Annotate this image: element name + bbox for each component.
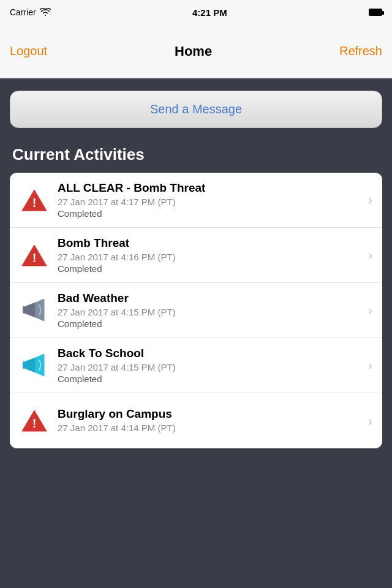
- status-bar: Carrier 4:21 PM: [0, 0, 392, 24]
- activity-title: Bomb Threat: [58, 236, 362, 250]
- activity-time: 27 Jan 2017 at 4:14 PM (PT): [58, 423, 362, 433]
- svg-marker-7: [26, 358, 36, 372]
- list-item[interactable]: ! Bomb Threat 27 Jan 2017 at 4:16 PM (PT…: [10, 228, 382, 283]
- warning-icon: !: [20, 406, 49, 435]
- list-item[interactable]: ! ALL CLEAR - Bomb Threat 27 Jan 2017 at…: [10, 173, 382, 228]
- list-item[interactable]: ! Burglary on Campus 27 Jan 2017 at 4:14…: [10, 393, 382, 448]
- send-message-button[interactable]: Send a Message: [10, 91, 382, 128]
- svg-marker-8: [36, 354, 44, 376]
- logout-button[interactable]: Logout: [10, 44, 47, 58]
- activity-status: Completed: [58, 374, 362, 384]
- activity-status: Completed: [58, 318, 362, 329]
- activity-content: ALL CLEAR - Bomb Threat 27 Jan 2017 at 4…: [58, 181, 362, 219]
- activity-title: Burglary on Campus: [58, 407, 362, 421]
- megaphone-gray-icon: [20, 296, 49, 325]
- activity-content: Burglary on Campus 27 Jan 2017 at 4:14 P…: [58, 407, 362, 434]
- warning-icon: !: [20, 241, 49, 270]
- chevron-right-icon: ›: [368, 303, 372, 317]
- page-title: Home: [175, 43, 212, 59]
- activity-title: ALL CLEAR - Bomb Threat: [58, 181, 362, 195]
- battery-icon: [369, 9, 382, 16]
- svg-text:!: !: [32, 251, 37, 265]
- svg-text:!: !: [32, 417, 37, 430]
- list-item[interactable]: Back To School 27 Jan 2017 at 4:15 PM (P…: [10, 338, 382, 393]
- chevron-right-icon: ›: [368, 414, 372, 428]
- activity-content: Bad Weather 27 Jan 2017 at 4:15 PM (PT) …: [58, 292, 362, 329]
- chevron-right-icon: ›: [368, 358, 372, 372]
- list-item[interactable]: Bad Weather 27 Jan 2017 at 4:15 PM (PT) …: [10, 283, 382, 338]
- activity-time: 27 Jan 2017 at 4:15 PM (PT): [58, 362, 362, 372]
- activity-time: 27 Jan 2017 at 4:15 PM (PT): [58, 307, 362, 317]
- status-time: 4:21 PM: [192, 7, 227, 18]
- activities-list: ! ALL CLEAR - Bomb Threat 27 Jan 2017 at…: [10, 173, 382, 448]
- activity-content: Back To School 27 Jan 2017 at 4:15 PM (P…: [58, 347, 362, 384]
- status-right: [369, 9, 382, 16]
- main-content: Send a Message Current Activities ! ALL …: [0, 78, 392, 448]
- chevron-right-icon: ›: [368, 193, 372, 207]
- megaphone-blue-icon: [20, 351, 49, 380]
- svg-marker-5: [36, 299, 44, 321]
- activity-status: Completed: [58, 263, 362, 274]
- refresh-button[interactable]: Refresh: [339, 44, 382, 58]
- svg-text:!: !: [32, 196, 37, 209]
- svg-marker-4: [26, 303, 36, 317]
- status-left: Carrier: [10, 7, 51, 17]
- activity-time: 27 Jan 2017 at 4:17 PM (PT): [58, 197, 362, 207]
- carrier-label: Carrier: [10, 7, 36, 17]
- wifi-icon: [40, 8, 51, 17]
- activity-time: 27 Jan 2017 at 4:16 PM (PT): [58, 252, 362, 262]
- activity-content: Bomb Threat 27 Jan 2017 at 4:16 PM (PT) …: [58, 236, 362, 274]
- chevron-right-icon: ›: [368, 248, 372, 262]
- activity-title: Back To School: [58, 347, 362, 360]
- warning-icon: !: [20, 186, 49, 215]
- nav-bar: Logout Home Refresh: [0, 24, 392, 78]
- section-title: Current Activities: [10, 145, 382, 164]
- svg-rect-9: [23, 361, 26, 369]
- svg-rect-6: [23, 306, 26, 314]
- activity-title: Bad Weather: [58, 292, 362, 305]
- activity-status: Completed: [58, 208, 362, 219]
